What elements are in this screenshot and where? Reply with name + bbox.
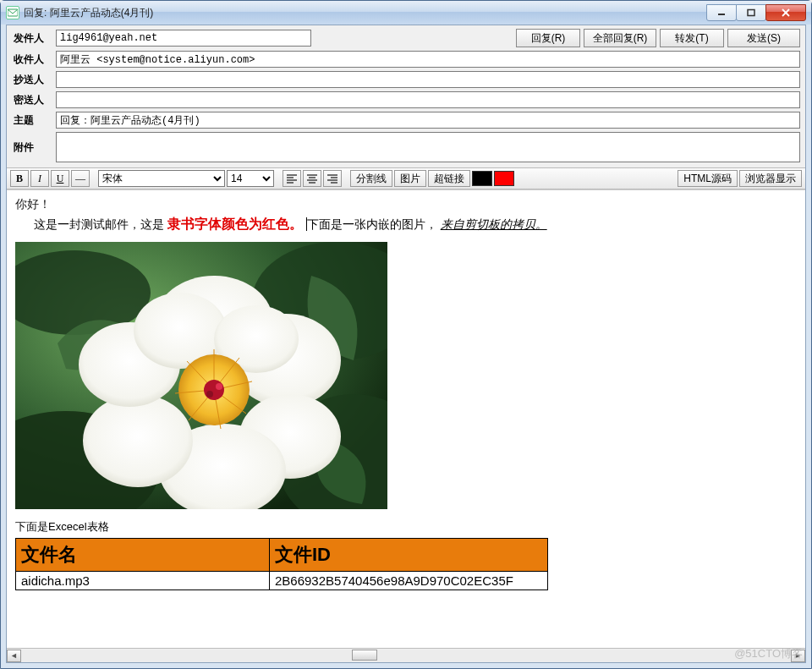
excel-table: 文件名 文件ID aidicha.mp3 2B66932B5740456e98A… <box>15 538 548 590</box>
browser-view-button[interactable]: 浏览器显示 <box>739 170 802 187</box>
align-left-button[interactable] <box>283 170 301 187</box>
subject-label: 主题 <box>12 113 52 128</box>
from-input[interactable] <box>56 30 311 47</box>
app-icon <box>6 6 19 19</box>
align-right-button[interactable] <box>323 170 342 187</box>
size-select[interactable]: 14 <box>227 170 274 187</box>
cell-filename: aidicha.mp3 <box>16 572 270 590</box>
svg-point-41 <box>206 391 213 398</box>
body-paragraph: 这是一封测试邮件，这是 隶书字体颜色为红色。 下面是一张内嵌的图片， 来自剪切板… <box>15 216 797 233</box>
image-button[interactable]: 图片 <box>394 170 426 187</box>
cell-fileid: 2B66932B5740456e98A9D970C02EC35F <box>270 572 548 590</box>
scroll-left-button[interactable]: ◄ <box>7 650 21 662</box>
bold-button[interactable]: B <box>10 170 29 187</box>
editor-body[interactable]: 你好！ 这是一封测试邮件，这是 隶书字体颜色为红色。 下面是一张内嵌的图片， 来… <box>7 189 805 648</box>
window-frame: 回复: 阿里云产品动态(4月刊) 发件人 回复(R) 全部回复(R) 转发(T)… <box>0 0 812 669</box>
titlebar[interactable]: 回复: 阿里云产品动态(4月刊) <box>1 1 811 25</box>
color-swatch-2[interactable] <box>494 171 514 186</box>
bcc-input[interactable] <box>56 91 800 108</box>
body-text-clipboard: 来自剪切板的拷贝。 <box>441 217 547 231</box>
horizontal-scrollbar[interactable]: ◄ ► <box>7 648 805 662</box>
close-button[interactable] <box>765 4 806 21</box>
color-swatch-1[interactable] <box>472 171 492 186</box>
reply-button[interactable]: 回复(R) <box>516 29 580 47</box>
maximize-button[interactable] <box>736 4 766 21</box>
send-button[interactable]: 发送(S) <box>727 29 800 47</box>
minimize-button[interactable] <box>706 4 737 21</box>
hr-button[interactable]: 分割线 <box>350 170 392 187</box>
cc-input[interactable] <box>56 71 800 88</box>
svg-point-26 <box>83 394 193 487</box>
attach-input[interactable] <box>56 132 800 162</box>
italic-button[interactable]: I <box>30 170 49 187</box>
link-button[interactable]: 超链接 <box>428 170 470 187</box>
svg-rect-2 <box>748 10 754 16</box>
client-area: 发件人 回复(R) 全部回复(R) 转发(T) 发送(S) 收件人 抄送人 密送… <box>6 25 806 663</box>
format-toolbar: B I U — 宋体 14 分割线 图片 超链接 HTML源码 <box>7 167 805 189</box>
svg-point-39 <box>204 380 224 400</box>
align-center-button[interactable] <box>303 170 321 187</box>
embedded-image <box>15 242 387 509</box>
table-row: aidicha.mp3 2B66932B5740456e98A9D970C02E… <box>16 572 548 590</box>
body-text-red: 隶书字体颜色为红色。 <box>167 217 303 231</box>
font-select[interactable]: 宋体 <box>98 170 225 187</box>
html-source-button[interactable]: HTML源码 <box>678 170 738 187</box>
th-fileid: 文件ID <box>270 539 548 572</box>
underline-button[interactable]: U <box>51 170 69 187</box>
table-caption: 下面是Excecel表格 <box>15 519 797 535</box>
header-fields: 发件人 回复(R) 全部回复(R) 转发(T) 发送(S) 收件人 抄送人 密送… <box>7 25 805 167</box>
table-header-row: 文件名 文件ID <box>16 539 548 572</box>
to-input[interactable] <box>56 51 800 68</box>
body-text-a: 这是一封测试邮件，这是 <box>34 217 167 231</box>
body-text-b: 下面是一张内嵌的图片， <box>307 217 437 231</box>
body-greeting: 你好！ <box>15 197 797 212</box>
cc-label: 抄送人 <box>12 73 52 87</box>
reply-all-button[interactable]: 全部回复(R) <box>584 29 656 47</box>
to-label: 收件人 <box>12 52 52 67</box>
th-filename: 文件名 <box>16 539 270 572</box>
window-controls <box>707 4 806 21</box>
bcc-label: 密送人 <box>12 93 52 107</box>
scroll-track[interactable] <box>21 650 791 662</box>
forward-button[interactable]: 转发(T) <box>660 29 724 47</box>
scroll-thumb[interactable] <box>352 650 377 661</box>
from-label: 发件人 <box>12 31 52 46</box>
window-title: 回复: 阿里云产品动态(4月刊) <box>24 6 153 20</box>
svg-point-40 <box>216 383 222 390</box>
scroll-right-button[interactable]: ► <box>791 650 805 662</box>
strike-button[interactable]: — <box>71 170 90 187</box>
attach-label: 附件 <box>12 140 52 155</box>
subject-input[interactable] <box>56 112 800 129</box>
